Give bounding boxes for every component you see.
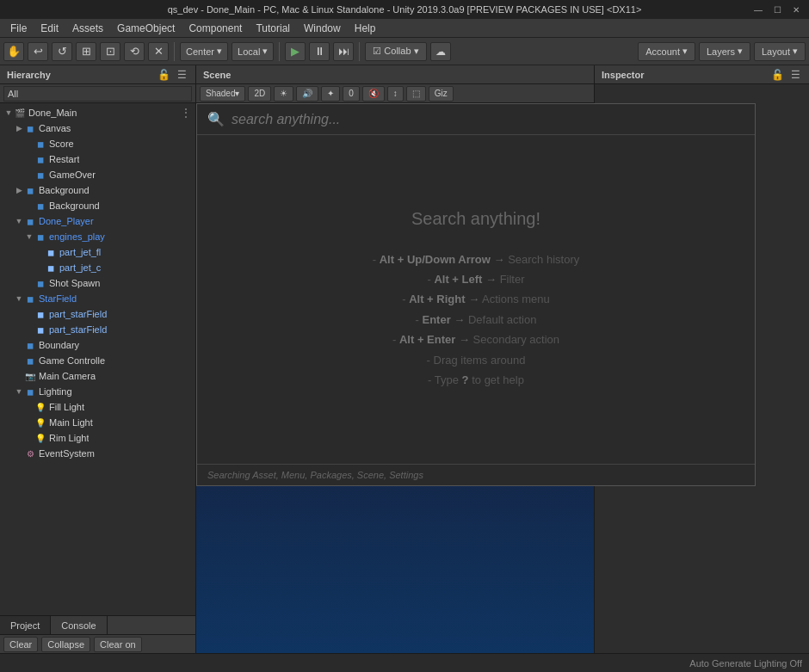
audio-off[interactable]: 🔇 (362, 86, 385, 102)
tree-arrow-starfield: ▼ (14, 294, 24, 303)
tool-custom[interactable]: ✕ (148, 42, 169, 61)
hierarchy-menu-icon[interactable]: ☰ (176, 69, 188, 81)
tree-item-part-starfield-1[interactable]: ◼ part_starField (0, 306, 195, 322)
tree-item-shot-spawn[interactable]: ◼ Shot Spawn (0, 275, 195, 291)
hint-key-3: Alt + Right (409, 293, 465, 305)
tree-label-engines-play: engines_play (49, 231, 105, 242)
cube-icon-score: ◼ (34, 138, 46, 150)
tool-hand[interactable]: ✋ (3, 42, 24, 61)
tree-item-part-jet-c[interactable]: ◼ part_jet_c (0, 260, 195, 275)
layout-button[interactable]: Layout ▾ (754, 42, 806, 61)
separator-1 (174, 42, 175, 61)
tool-rotate[interactable]: ↺ (52, 42, 72, 61)
hint-alt-right: - Alt + Right → Actions menu (373, 289, 579, 309)
hint-key-7: ? (462, 373, 469, 386)
tree-arrow-done-main: ▼ (3, 108, 14, 117)
tree-item-engines-play[interactable]: ▼ ◼ engines_play (0, 229, 195, 244)
tree-item-game-controller[interactable]: ◼ Game Controlle (0, 353, 195, 368)
play-button[interactable]: ▶ (285, 42, 306, 61)
tree-item-fill-light[interactable]: 💡 Fill Light (0, 399, 195, 415)
hint-alt-left: - Alt + Left → Filter (373, 269, 579, 289)
tree-item-restart[interactable]: ◼ Restart (0, 151, 195, 167)
clear-button[interactable]: Clear (3, 637, 38, 652)
2d-button[interactable]: 2D (248, 86, 271, 102)
tree-label-starfield: StarField (39, 293, 77, 304)
tree-item-canvas[interactable]: ▶ ◼ Canvas (0, 120, 195, 136)
layers-button[interactable]: Layers ▾ (699, 42, 750, 61)
tree-item-event-system[interactable]: ⚙ EventSystem (0, 446, 195, 461)
tab-console[interactable]: Console (51, 616, 107, 635)
tree-item-part-starfield-2[interactable]: ◼ part_starField (0, 322, 195, 337)
tree-item-gameover[interactable]: ◼ GameOver (0, 167, 195, 182)
hierarchy-lock-icon[interactable]: 🔓 (156, 69, 172, 81)
menu-tutorial[interactable]: Tutorial (249, 21, 297, 36)
collapse-button[interactable]: Collapse (41, 637, 90, 652)
tree-item-part-jet-fl[interactable]: ◼ part_jet_fl (0, 244, 195, 260)
tree-item-score[interactable]: ◼ Score (0, 136, 195, 151)
lighting-toggle[interactable]: ☀ (274, 86, 293, 102)
tree-label-done-player: Done_Player (39, 216, 94, 226)
tree-item-starfield[interactable]: ▼ ◼ StarField (0, 291, 195, 306)
hint-key-5: Alt + Enter (399, 333, 455, 346)
tool-scale[interactable]: ⊞ (76, 42, 96, 61)
collab-button[interactable]: ☑ Collab ▾ (365, 42, 426, 61)
close-button[interactable]: ✕ (790, 3, 802, 15)
tree-item-main-camera[interactable]: 📷 Main Camera (0, 368, 195, 384)
cloud-button[interactable]: ☁ (430, 42, 451, 61)
tree-item-done-main[interactable]: ▼ 🎬 Done_Main ⋮ (0, 105, 195, 120)
hidden-toggle[interactable]: ⬚ (406, 86, 426, 102)
separator-2 (279, 42, 280, 61)
tree-label-part-jet-c: part_jet_c (59, 262, 101, 273)
search-input[interactable] (232, 112, 744, 127)
tree-menu-done-main[interactable]: ⋮ (180, 106, 192, 120)
hint-text-3: Actions menu (482, 293, 550, 305)
tree-item-background-child[interactable]: ◼ Background (0, 198, 195, 213)
inspector-header: Inspector 🔓 ☰ (595, 65, 809, 84)
effects-toggle[interactable]: ✦ (321, 86, 340, 102)
menu-window[interactable]: Window (297, 21, 348, 36)
center-button[interactable]: Center ▾ (180, 42, 228, 61)
menu-component[interactable]: Component (182, 21, 249, 36)
collab-icon: ☑ (373, 46, 381, 57)
tree-item-main-light[interactable]: 💡 Main Light (0, 415, 195, 430)
maximize-button[interactable]: ☐ (771, 3, 783, 15)
hierarchy-search-input[interactable] (3, 86, 192, 102)
tree-item-lighting[interactable]: ▼ ◼ Lighting (0, 384, 195, 399)
tool-rect[interactable]: ⊡ (100, 42, 120, 61)
tool-transform[interactable]: ⟲ (124, 42, 145, 61)
menu-edit[interactable]: Edit (34, 21, 65, 36)
tab-project[interactable]: Project (0, 616, 51, 635)
minimize-button[interactable]: — (752, 3, 764, 15)
hint-text-4: Default action (468, 313, 537, 326)
shading-dropdown[interactable]: Shaded ▾ (200, 86, 245, 102)
cube-icon-lighting: ◼ (24, 385, 36, 398)
inspector-lock-icon[interactable]: 🔓 (769, 69, 786, 81)
step-button[interactable]: ⏭ (333, 42, 354, 61)
audio-toggle[interactable]: 🔊 (296, 86, 318, 102)
tree-label-done-main: Done_Main (28, 108, 77, 118)
tree-item-background[interactable]: ▶ ◼ Background (0, 182, 195, 198)
hint-text-5: Secondary action (473, 333, 559, 346)
scene-toolbar: Shaded ▾ 2D ☀ 🔊 ✦ 0 🔇 ↕ ⬚ Giz (196, 84, 594, 103)
inspector-menu-icon[interactable]: ☰ (789, 69, 802, 81)
layout-arrow: ▾ (793, 46, 798, 57)
pause-button[interactable]: ⏸ (309, 42, 330, 61)
bottom-tabs: Project Console (0, 615, 195, 634)
tree-item-boundary[interactable]: ◼ Boundary (0, 337, 195, 353)
menu-help[interactable]: Help (348, 21, 383, 36)
search-main-text: Search anything! (411, 209, 540, 229)
tool-move[interactable]: ↩ (28, 42, 48, 61)
menu-gameobject[interactable]: GameObject (110, 21, 182, 36)
menu-assets[interactable]: Assets (65, 21, 110, 36)
gizmos-button[interactable]: Giz (429, 86, 454, 102)
tree-label-main-camera: Main Camera (39, 371, 96, 381)
tree-item-rim-light[interactable]: 💡 Rim Light (0, 430, 195, 446)
menu-file[interactable]: File (3, 21, 34, 36)
account-button[interactable]: Account ▾ (638, 42, 695, 61)
shading-label: Shaded (206, 89, 235, 98)
sky-toggle[interactable]: ↕ (387, 86, 404, 102)
camera-effects[interactable]: 0 (343, 86, 360, 102)
tree-item-done-player[interactable]: ▼ ◼ Done_Player (0, 213, 195, 229)
local-button[interactable]: Local ▾ (232, 42, 274, 61)
clear-on-button[interactable]: Clear on (94, 637, 142, 652)
